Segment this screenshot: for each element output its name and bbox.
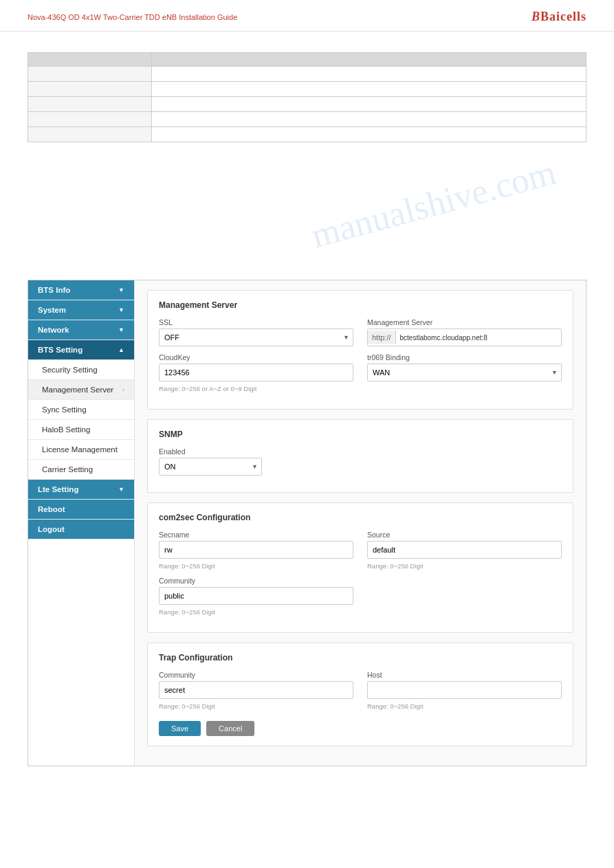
snmp-enabled-label: Enabled [159,447,262,456]
sidebar-item-label: Network [38,326,69,334]
trap-section: Trap Configuration Community Range: 0~25… [147,643,573,746]
ssl-mgmt-row: SSL OFF ▼ Management Server http:// bcte… [159,318,562,346]
trap-title: Trap Configuration [159,653,562,663]
secname-group: Secname Range: 0~256 Digit [159,531,353,570]
watermark-area: manualshive.com [0,156,614,280]
community-row: Community Range: 0~256 Digit [159,577,562,616]
button-row: Save Cancel [159,717,562,736]
mgmt-server-prefix: http:// [368,331,396,344]
table-row [28,112,586,127]
watermark-text: manualshive.com [307,156,560,256]
sidebar-item-label: Sync Setting [42,405,87,414]
source-hint: Range: 0~256 Digit [367,562,562,570]
ssl-label: SSL [159,318,353,326]
table-section [0,32,614,156]
snmp-title: SNMP [159,430,562,439]
sidebar-item-sync-setting[interactable]: Sync Setting [28,400,134,420]
sidebar-item-label: HaloB Setting [42,425,90,434]
page-header: Nova-436Q OD 4x1W Two-Carrier TDD eNB In… [0,0,614,32]
trap-community-hint: Range: 0~256 Digit [159,702,353,710]
community-group: Community Range: 0~256 Digit [159,577,353,616]
tr069-group: tr069 Binding WAN LAN ▼ [367,353,562,392]
snmp-select-wrapper[interactable]: ON OFF ▼ [159,458,262,476]
sidebar: BTS Info ▼ System ▼ Network ▼ BTS Settin… [28,280,135,766]
trap-host-label: Host [367,671,562,679]
chevron-down-icon: ▼ [118,486,124,493]
trap-community-label: Community [159,671,353,679]
sidebar-item-lte-setting[interactable]: Lte Setting ▼ [28,480,134,500]
chevron-down-icon: ▼ [118,326,124,333]
source-label: Source [367,531,562,539]
table-row [28,67,586,82]
secname-input[interactable] [159,541,353,559]
main-content: Management Server SSL OFF ▼ Management S… [135,280,586,766]
sidebar-item-halob-setting[interactable]: HaloB Setting [28,420,134,440]
chevron-down-icon: ▼ [118,307,124,313]
ui-container: BTS Info ▼ System ▼ Network ▼ BTS Settin… [28,280,586,766]
sidebar-item-security-setting[interactable]: Security Setting [28,360,134,380]
sidebar-item-label: System [38,306,66,314]
community-label: Community [159,577,353,585]
doc-table [28,52,586,142]
sidebar-item-bts-setting[interactable]: BTS Setting ▲ [28,340,134,360]
chevron-up-icon: ▲ [118,346,124,353]
management-server-section: Management Server SSL OFF ▼ Management S… [147,290,573,410]
sidebar-item-label: Carrier Setting [42,465,93,474]
page-title: Nova-436Q OD 4x1W Two-Carrier TDD eNB In… [28,13,237,21]
sidebar-item-management-server[interactable]: Management Server › [28,380,134,400]
sidebar-item-reboot[interactable]: Reboot [28,500,134,520]
sidebar-item-logout[interactable]: Logout [28,520,134,539]
com2sec-title: com2sec Configuration [159,513,562,522]
tr069-select[interactable]: WAN LAN [367,364,562,381]
sidebar-item-label: Lte Setting [38,485,78,493]
brand-logo: BBaicells [531,10,586,24]
save-button[interactable]: Save [159,721,201,736]
tr069-select-wrapper[interactable]: WAN LAN ▼ [367,364,562,381]
cloudkey-label: CloudKey [159,353,353,361]
trap-community-input[interactable] [159,681,353,699]
mgmt-server-url: http:// bctestlabomc.cloudapp.net:8 [367,329,562,346]
source-input[interactable] [367,541,562,559]
ssl-select-wrapper[interactable]: OFF ▼ [159,329,353,346]
mgmt-server-value: bctestlabomc.cloudapp.net:8 [396,331,492,344]
snmp-enabled-group: Enabled ON OFF ▼ [159,447,262,476]
table-row [28,97,586,112]
secname-source-row: Secname Range: 0~256 Digit Source Range:… [159,531,562,570]
sidebar-item-label: Security Setting [42,366,98,374]
sidebar-item-bts-info[interactable]: BTS Info ▼ [28,280,134,300]
sidebar-item-label: License Management [42,445,118,454]
cloudkey-input[interactable] [159,364,353,381]
snmp-section: SNMP Enabled ON OFF ▼ [147,419,573,493]
sidebar-item-license-management[interactable]: License Management [28,440,134,460]
community-input[interactable] [159,587,353,605]
community-hint: Range: 0~256 Digit [159,608,353,616]
sidebar-item-label: Logout [38,525,65,533]
cloudkey-tr069-row: CloudKey Range: 0~256 or A~Z or 0~9 Digi… [159,353,562,392]
trap-host-hint: Range: 0~256 Digit [367,702,562,710]
sidebar-item-network[interactable]: Network ▼ [28,320,134,340]
trap-community-group: Community Range: 0~256 Digit [159,671,353,710]
snmp-enabled-select[interactable]: ON OFF [159,458,262,476]
trap-host-group: Host Range: 0~256 Digit [367,671,562,710]
sidebar-item-label: Reboot [38,505,65,513]
cancel-button[interactable]: Cancel [206,721,254,736]
mgmt-server-label: Management Server [367,318,562,326]
ssl-group: SSL OFF ▼ [159,318,353,346]
secname-hint: Range: 0~256 Digit [159,562,353,570]
tr069-label: tr069 Binding [367,353,562,361]
sidebar-item-label: BTS Setting [38,346,83,354]
ssl-select[interactable]: OFF [159,329,353,346]
trap-host-input[interactable] [367,681,562,699]
table-row [28,82,586,97]
chevron-down-icon: ▼ [118,287,124,293]
sidebar-item-system[interactable]: System ▼ [28,300,134,320]
sidebar-item-carrier-setting[interactable]: Carrier Setting [28,460,134,480]
management-server-title: Management Server [159,300,562,310]
source-group: Source Range: 0~256 Digit [367,531,562,570]
cloudkey-hint: Range: 0~256 or A~Z or 0~9 Digit [159,385,353,392]
mgmt-server-group: Management Server http:// bctestlabomc.c… [367,318,562,346]
table-row [28,127,586,142]
snmp-enabled-row: Enabled ON OFF ▼ [159,447,562,476]
sidebar-item-label: Management Server [42,386,113,394]
cloudkey-group: CloudKey Range: 0~256 or A~Z or 0~9 Digi… [159,353,353,392]
